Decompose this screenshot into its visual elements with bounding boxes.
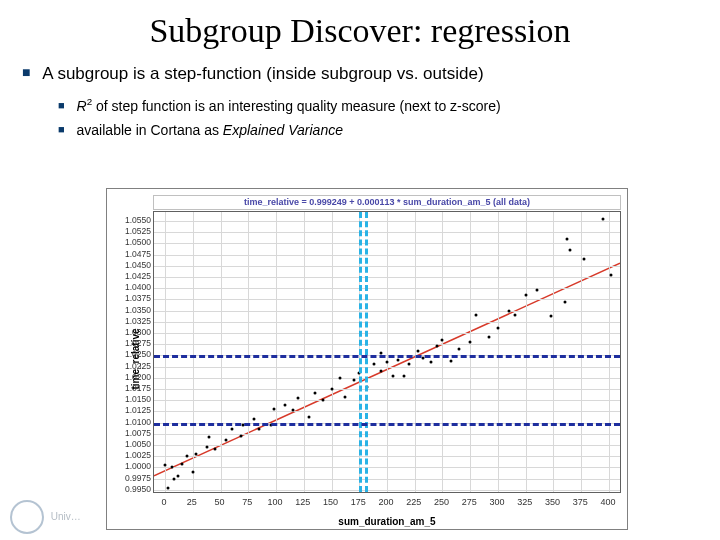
chart-xtick: 125 xyxy=(291,497,315,507)
chart-point xyxy=(283,403,286,406)
chart-point xyxy=(206,446,209,449)
chart-ytick: 1.0275 xyxy=(109,338,151,348)
chart-point xyxy=(441,338,444,341)
chart-point xyxy=(230,428,233,431)
chart-xtick: 50 xyxy=(208,497,232,507)
chart-point xyxy=(352,379,355,382)
chart-xtick: 75 xyxy=(235,497,259,507)
footer-logo-area: Univ… xyxy=(10,500,81,534)
chart-xtick: 400 xyxy=(596,497,620,507)
chart-ytick: 1.0150 xyxy=(109,394,151,404)
chart-point xyxy=(458,347,461,350)
chart-point xyxy=(313,392,316,395)
chart-panel: time_relative = 0.999249 + 0.000113 * su… xyxy=(106,188,628,530)
chart-ytick: 1.0300 xyxy=(109,327,151,337)
chart-ytick: 1.0500 xyxy=(109,237,151,247)
page-title: Subgroup Discover: regression xyxy=(0,12,720,50)
chart-ytick: 1.0400 xyxy=(109,282,151,292)
chart-point xyxy=(469,340,472,343)
chart-point xyxy=(372,363,375,366)
chart-point xyxy=(435,345,438,348)
chart-ytick: 1.0350 xyxy=(109,305,151,315)
chart-point xyxy=(569,249,572,252)
chart-point xyxy=(535,289,538,292)
chart-point xyxy=(208,435,211,438)
chart-ytick: 1.0125 xyxy=(109,405,151,415)
chart-xtick: 175 xyxy=(346,497,370,507)
chart-point xyxy=(408,363,411,366)
chart-xtick: 275 xyxy=(457,497,481,507)
chart-point xyxy=(417,349,420,352)
bullet-sub-2: ■ available in Cortana as Explained Vari… xyxy=(58,122,700,138)
chart-point xyxy=(272,408,275,411)
chart-xtick: 350 xyxy=(540,497,564,507)
chart-point xyxy=(565,237,568,240)
bullet-square-icon: ■ xyxy=(58,99,65,111)
chart-ytick: 1.0550 xyxy=(109,215,151,225)
chart-ytick: 1.0525 xyxy=(109,226,151,236)
chart-point xyxy=(170,466,173,469)
chart-point xyxy=(297,396,300,399)
chart-point xyxy=(339,376,342,379)
subgroup-level-horizontal xyxy=(154,423,620,426)
chart-point xyxy=(450,359,453,362)
chart-point xyxy=(258,428,261,431)
chart-point xyxy=(343,395,346,398)
chart-point xyxy=(508,309,511,312)
subgroup-boundary-vertical xyxy=(359,212,362,492)
bullet-square-icon: ■ xyxy=(22,64,30,80)
chart-point xyxy=(402,374,405,377)
chart-point xyxy=(291,409,294,412)
chart-ytick: 1.0425 xyxy=(109,271,151,281)
chart-point xyxy=(488,336,491,339)
chart-ytick: 1.0075 xyxy=(109,428,151,438)
chart-point xyxy=(167,487,170,490)
chart-point xyxy=(550,314,553,317)
chart-point xyxy=(513,314,516,317)
chart-point xyxy=(186,455,189,458)
chart-ytick: 1.0175 xyxy=(109,383,151,393)
chart-point xyxy=(391,374,394,377)
chart-ytick: 1.0000 xyxy=(109,461,151,471)
chart-point xyxy=(252,417,255,420)
chart-point xyxy=(214,448,217,451)
chart-point xyxy=(308,416,311,419)
chart-point xyxy=(397,358,400,361)
chart-point xyxy=(563,300,566,303)
chart-equation: time_relative = 0.999249 + 0.000113 * su… xyxy=(153,195,621,210)
chart-point xyxy=(380,352,383,355)
chart-point xyxy=(330,387,333,390)
slide: Subgroup Discover: regression ■ A subgro… xyxy=(0,0,720,540)
chart-xlabel: sum_duration_am_5 xyxy=(153,516,621,527)
chart-xtick: 0 xyxy=(152,497,176,507)
bullet-sub-1-text: R2 of step function is an interesting qu… xyxy=(77,98,501,114)
chart-xtick: 150 xyxy=(319,497,343,507)
chart-point xyxy=(524,293,527,296)
chart-ytick: 1.0450 xyxy=(109,260,151,270)
chart-point xyxy=(177,475,180,478)
chart-point xyxy=(225,439,228,442)
chart-xtick: 200 xyxy=(374,497,398,507)
chart-ytick: 1.0025 xyxy=(109,450,151,460)
subgroup-level-horizontal xyxy=(154,355,620,358)
bullet-main-text: A subgroup is a step-function (inside su… xyxy=(42,64,483,83)
chart-ytick: 1.0200 xyxy=(109,372,151,382)
chart-xtick: 325 xyxy=(513,497,537,507)
footer-text: Univ… xyxy=(51,511,81,522)
chart-plot-area xyxy=(153,211,621,493)
chart-point xyxy=(610,273,613,276)
chart-ytick: 1.0250 xyxy=(109,349,151,359)
chart-point xyxy=(164,464,167,467)
chart-ytick: 1.0050 xyxy=(109,439,151,449)
bullet-square-icon: ■ xyxy=(58,123,65,135)
chart-point xyxy=(583,258,586,261)
chart-xtick: 375 xyxy=(568,497,592,507)
bullet-sub-2-text: available in Cortana as Explained Varian… xyxy=(77,122,343,138)
chart-xtick: 225 xyxy=(402,497,426,507)
bullet-main: ■ A subgroup is a step-function (inside … xyxy=(22,64,700,84)
chart-point xyxy=(195,452,198,455)
chart-point xyxy=(380,370,383,373)
chart-point xyxy=(496,327,499,330)
chart-xtick: 25 xyxy=(180,497,204,507)
chart-ytick: 1.0475 xyxy=(109,249,151,259)
